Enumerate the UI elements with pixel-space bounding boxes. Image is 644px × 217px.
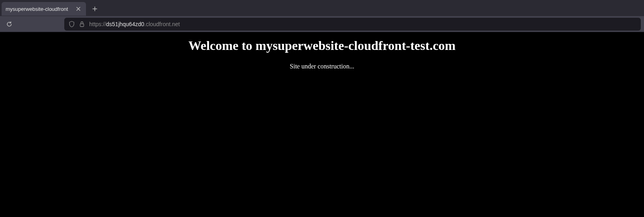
- close-icon[interactable]: [75, 5, 82, 12]
- reload-button[interactable]: [3, 18, 15, 30]
- shield-icon[interactable]: [68, 21, 75, 27]
- browser-tab[interactable]: mysuperwebsite-cloudfront: [2, 2, 86, 16]
- new-tab-button[interactable]: [88, 2, 101, 15]
- url-tld: .cloudfront.net: [144, 21, 180, 27]
- url-protocol: https://: [89, 21, 106, 27]
- page-content: Welcome to mysuperwebsite-cloudfront-tes…: [0, 32, 644, 217]
- lock-icon[interactable]: [79, 21, 85, 27]
- url-host: ds51jhqu64zd0: [106, 21, 144, 27]
- tab-bar: mysuperwebsite-cloudfront: [0, 0, 644, 16]
- browser-toolbar: https://ds51jhqu64zd0.cloudfront.net: [0, 16, 644, 32]
- page-subtext: Site under construction...: [0, 63, 644, 70]
- page-heading: Welcome to mysuperwebsite-cloudfront-tes…: [0, 36, 644, 53]
- tab-title: mysuperwebsite-cloudfront: [6, 6, 72, 12]
- address-bar[interactable]: https://ds51jhqu64zd0.cloudfront.net: [64, 18, 641, 31]
- svg-rect-4: [80, 24, 84, 27]
- browser-chrome: mysuperwebsite-cloudfront: [0, 0, 644, 32]
- url-text: https://ds51jhqu64zd0.cloudfront.net: [89, 21, 180, 27]
